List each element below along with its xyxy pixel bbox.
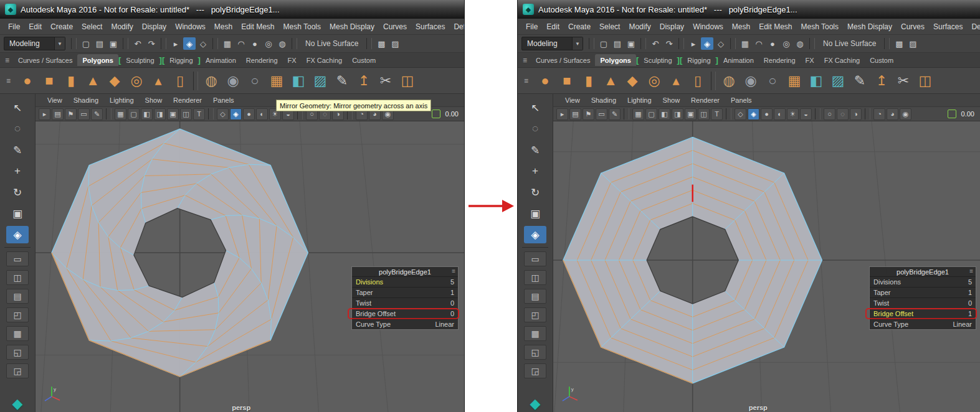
gate-mask-icon[interactable]: ◨ — [154, 108, 166, 120]
multi-cut-icon[interactable]: ✂ — [377, 74, 394, 88]
select-object-icon[interactable]: ◈ — [701, 37, 713, 50]
snap-to-projected-center-icon[interactable]: ◎ — [262, 37, 275, 50]
shadows-icon[interactable]: ◒ — [800, 108, 812, 120]
paint-selection-tool-icon[interactable]: ✎ — [6, 141, 29, 159]
shelf-tab-fx-caching[interactable]: FX Caching — [302, 54, 347, 66]
shelf-tab-custom[interactable]: Custom — [347, 54, 381, 66]
menu-mesh[interactable]: Mesh — [728, 22, 754, 31]
snap-to-curve-icon[interactable]: ◠ — [753, 37, 765, 50]
shelf-tab-sculpting[interactable]: Sculpting — [639, 54, 677, 66]
menu-defor[interactable]: Defor — [967, 22, 980, 31]
image-plane-icon[interactable]: ▭ — [596, 108, 607, 120]
shelf-tab-rigging[interactable]: Rigging — [164, 54, 197, 66]
shelf-tab-polygons[interactable]: Polygons — [77, 54, 118, 66]
hud-row-taper[interactable]: Taper1 — [352, 287, 458, 297]
poly-gear-icon[interactable]: ◉ — [224, 74, 242, 88]
panel-menu-show[interactable]: Show — [657, 96, 686, 104]
menu-mesh-display[interactable]: Mesh Display — [325, 22, 379, 31]
make-live-icon[interactable]: ◍ — [794, 37, 806, 50]
shelf-tab-fx[interactable]: FX — [801, 54, 819, 66]
snap-to-curve-icon[interactable]: ◠ — [235, 37, 247, 50]
hud-row-twist[interactable]: Twist0 — [352, 297, 458, 308]
panel-menu-renderer[interactable]: Renderer — [168, 96, 207, 104]
x-ray-icon[interactable]: ◕ — [887, 108, 898, 120]
poly-gear-icon[interactable]: ◉ — [742, 74, 759, 88]
select-camera-icon[interactable]: ▸ — [556, 108, 568, 120]
select-object-icon[interactable]: ◈ — [183, 37, 196, 50]
poly-pipe-icon[interactable]: ▯ — [689, 74, 706, 88]
undo-icon[interactable]: ↶ — [131, 37, 144, 50]
poly-cylinder-icon[interactable]: ▮ — [580, 74, 597, 88]
rotate-tool-icon[interactable]: ↻ — [524, 184, 546, 201]
quad-draw-icon[interactable]: ▨ — [312, 74, 329, 88]
menu-file[interactable]: File — [4, 22, 24, 31]
shelf-tab-rendering[interactable]: Rendering — [241, 54, 283, 66]
menu-file[interactable]: File — [521, 22, 542, 31]
poly-soccer-ball-icon[interactable]: ○ — [246, 74, 264, 88]
panel-menu-shading[interactable]: Shading — [68, 96, 104, 104]
menu-display[interactable]: Display — [655, 22, 688, 31]
menu-curves[interactable]: Curves — [897, 22, 929, 31]
single-pane-layout-icon[interactable]: ▭ — [6, 251, 29, 266]
poly-sphere-icon[interactable]: ● — [19, 74, 36, 88]
poly-cylinder-icon[interactable]: ▮ — [62, 74, 80, 88]
outliner-persp-layout-icon[interactable]: ◱ — [524, 345, 546, 360]
shelf-editor-icon[interactable]: ≡ — [6, 77, 11, 85]
menu-set-selector[interactable]: Modeling ▼ — [521, 37, 583, 50]
use-default-material-icon[interactable]: ◐ — [256, 108, 268, 120]
panel-menu-shading[interactable]: Shading — [586, 96, 622, 104]
universal-manipulator-icon[interactable]: ◈ — [6, 226, 29, 243]
render-current-frame-icon[interactable]: ▩ — [893, 37, 905, 50]
lasso-tool-icon[interactable]: ◌ — [524, 120, 546, 138]
hud-row-curve-type[interactable]: Curve TypeLinear — [352, 319, 458, 329]
field-chart-icon[interactable]: ▣ — [167, 108, 179, 120]
hypershade-persp-layout-icon[interactable]: ◲ — [524, 363, 546, 378]
open-scene-icon[interactable]: ▤ — [93, 37, 106, 50]
scale-tool-icon[interactable]: ▣ — [6, 205, 29, 222]
menu-edit[interactable]: Edit — [542, 22, 564, 31]
scale-tool-icon[interactable]: ▣ — [524, 205, 546, 222]
four-pane-layout-icon[interactable]: ▦ — [6, 326, 29, 341]
poly-prism-icon[interactable]: ▴ — [150, 74, 167, 88]
use-default-material-icon[interactable]: ◐ — [774, 108, 786, 120]
hud-row-taper[interactable]: Taper1 — [870, 287, 976, 297]
extrude-icon[interactable]: ↥ — [355, 74, 373, 88]
shelf-tab-rigging[interactable]: Rigging — [682, 54, 715, 66]
quad-draw-icon[interactable]: ▨ — [829, 74, 847, 88]
poly-torus-icon[interactable]: ◎ — [645, 74, 663, 88]
two-pane-stacked-layout-icon[interactable]: ▤ — [6, 289, 29, 304]
rotate-tool-icon[interactable]: ↻ — [6, 184, 29, 201]
snap-to-grid-icon[interactable]: ▦ — [221, 37, 234, 50]
save-scene-icon[interactable]: ▣ — [107, 37, 120, 50]
shelf-tab-animation[interactable]: Animation — [718, 54, 759, 66]
film-gate-icon[interactable]: ▢ — [645, 108, 657, 120]
two-pane-side-layout-icon[interactable]: ◫ — [6, 270, 29, 285]
poly-helix-icon[interactable]: ◍ — [720, 74, 738, 88]
open-scene-icon[interactable]: ▤ — [611, 37, 624, 50]
select-tool-icon[interactable]: ↖ — [6, 99, 29, 116]
selection-highlight-icon[interactable] — [432, 110, 440, 118]
panel-menu-panels[interactable]: Panels — [207, 96, 240, 104]
poly-platonic-icon[interactable]: ◆ — [624, 74, 641, 88]
shelf-tab-curves-surfaces[interactable]: Curves / Surfaces — [13, 54, 77, 66]
snap-to-projected-center-icon[interactable]: ◎ — [780, 37, 792, 50]
panel-menu-lighting[interactable]: Lighting — [622, 96, 657, 104]
new-scene-icon[interactable]: ▢ — [597, 37, 610, 50]
menu-mesh[interactable]: Mesh — [210, 22, 237, 31]
menu-surfaces[interactable]: Surfaces — [411, 22, 449, 31]
panel-menu-lighting[interactable]: Lighting — [104, 96, 140, 104]
save-scene-icon[interactable]: ▣ — [625, 37, 637, 50]
field-chart-icon[interactable]: ▣ — [685, 108, 697, 120]
create-polygon-icon[interactable]: ✎ — [333, 74, 351, 88]
shelf-tab-animation[interactable]: Animation — [201, 54, 241, 66]
menu-surfaces[interactable]: Surfaces — [929, 22, 967, 31]
hud-menu-icon[interactable]: ≡ — [452, 268, 455, 274]
move-tool-icon[interactable]: + — [524, 162, 546, 180]
menu-edit-mesh[interactable]: Edit Mesh — [754, 22, 796, 31]
select-camera-icon[interactable]: ▸ — [39, 108, 50, 120]
snap-to-point-icon[interactable]: ● — [249, 37, 261, 50]
shelf-editor-icon[interactable]: ≡ — [524, 77, 528, 85]
resolution-gate-icon[interactable]: ◧ — [659, 108, 670, 120]
menu-create[interactable]: Create — [46, 22, 77, 31]
textured-mode-icon[interactable]: ● — [761, 108, 773, 120]
